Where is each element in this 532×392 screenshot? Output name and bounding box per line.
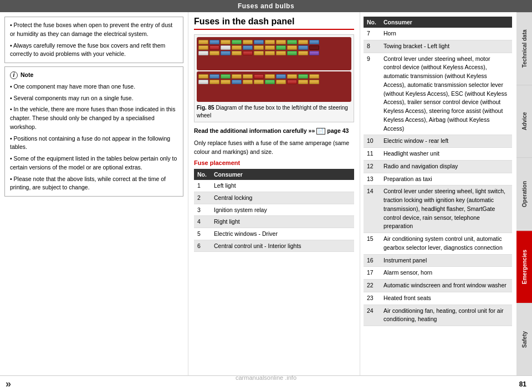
normal-text: Only replace fuses with a fuse of the sa… — [194, 139, 354, 157]
fuse-slot — [232, 40, 242, 44]
fuse-slot — [243, 74, 253, 79]
page-ref: »» 📄 page 43 — [309, 127, 349, 136]
consumer-no-cell: 15 — [364, 233, 380, 255]
fuse-slot — [243, 51, 253, 55]
consumer-no-cell: 22 — [364, 280, 380, 292]
consumer-table-row: 7Horn — [364, 28, 512, 40]
fuse-slot — [198, 40, 208, 44]
side-tab-safety[interactable]: Safety — [516, 303, 532, 375]
consumer-table-row: 23Heated front seats — [364, 292, 512, 305]
fuse-slot — [243, 80, 253, 84]
info-icon: i — [10, 71, 18, 79]
fuse-slot — [198, 51, 208, 55]
fuse-consumer-cell: Electric windows - Driver — [211, 228, 354, 240]
fuse-diagram-caption: Fig. 85 Diagram of the fuse box to the l… — [197, 104, 351, 120]
fuse-slot — [309, 80, 319, 84]
fuse-table-header-no: No. — [194, 169, 211, 180]
fuse-slot — [254, 45, 264, 50]
fuse-slot — [221, 45, 231, 50]
consumer-table-row: 8Towing bracket - Left light — [364, 40, 512, 53]
fuse-slot — [276, 51, 286, 55]
side-tab-operation[interactable]: Operation — [516, 157, 532, 230]
fuse-slot — [209, 80, 219, 84]
fuse-slot — [298, 51, 308, 55]
page-ref-icon: 📄 — [316, 128, 325, 135]
consumer-cell: Preparation as taxi — [380, 173, 512, 185]
warning-box: • Protect the fuse boxes when open to pr… — [4, 17, 183, 63]
fuse-no-cell: 6 — [194, 240, 211, 252]
fuse-box-bottom — [197, 71, 351, 102]
fuse-slot — [221, 51, 231, 55]
fuse-no-cell: 2 — [194, 192, 211, 204]
fuse-table-row: 2Central locking — [194, 192, 354, 204]
fuse-slot — [309, 51, 319, 55]
fuse-slot — [232, 80, 242, 84]
consumer-no-cell: 23 — [364, 292, 380, 305]
fuse-slot — [276, 74, 286, 79]
fuse-slot — [221, 80, 231, 84]
consumer-table-row: 15Air conditioning system control unit, … — [364, 233, 512, 255]
fuse-slot — [209, 40, 219, 44]
fuse-placement-title: Fuse placement — [194, 159, 354, 166]
fuse-slot — [265, 74, 275, 79]
consumer-cell: Headlight washer unit — [380, 148, 512, 161]
fuse-slot — [254, 74, 264, 79]
fuse-no-cell: 5 — [194, 228, 211, 240]
fuse-no-cell: 4 — [194, 216, 211, 228]
note-title: Note — [21, 71, 33, 80]
fuse-box-top — [197, 37, 351, 70]
fuse-slot — [232, 51, 242, 55]
fuse-slot — [287, 40, 297, 44]
consumer-cell: Automatic windscreen and front window wa… — [380, 280, 512, 292]
side-tab-emergencies[interactable]: Emergencies — [516, 230, 532, 303]
page-header: Fuses and bulbs — [0, 0, 532, 12]
consumer-no-cell: 16 — [364, 254, 380, 267]
consumer-table-row: 9Control lever under steering wheel, mot… — [364, 53, 512, 135]
fuse-slot — [287, 74, 297, 79]
fuse-consumer-cell: Right light — [211, 216, 354, 228]
fuse-slot — [232, 74, 242, 79]
section-title: Fuses in the dash panel — [194, 17, 354, 30]
note-bullet-5: • Some of the equipment listed in the ta… — [10, 154, 178, 172]
consumer-cell: Towing bracket - Left light — [380, 40, 512, 53]
fuse-slot — [254, 80, 264, 84]
fuse-slot — [243, 40, 253, 44]
fuse-slot — [209, 51, 219, 55]
fuse-consumer-cell: Central control unit - Interior lights — [211, 240, 354, 252]
side-tab-technical-data[interactable]: Technical data — [516, 12, 532, 85]
note-bullet-2: • Several components may run on a single… — [10, 94, 178, 103]
fuse-slot — [298, 45, 308, 50]
fuse-slot — [298, 40, 308, 44]
consumer-cell: Instrument panel — [380, 254, 512, 267]
side-tab-advice[interactable]: Advice — [516, 85, 532, 157]
fuse-slot — [198, 80, 208, 84]
consumer-table-row: 10Electric window - rear left — [364, 135, 512, 148]
fuse-slot — [198, 74, 208, 79]
consumer-cell: Electric window - rear left — [380, 135, 512, 148]
fuse-slot — [265, 45, 275, 50]
consumer-cell: Horn — [380, 28, 512, 40]
fuse-table-header-consumer: Consumer — [211, 169, 354, 180]
note-header: i Note — [10, 71, 178, 80]
consumer-table-row: 22Automatic windscreen and front window … — [364, 280, 512, 292]
fuse-slot — [298, 80, 308, 84]
fuse-slot — [265, 51, 275, 55]
fuse-table-row: 4Right light — [194, 216, 354, 228]
consumer-cell: Air conditioning fan, heating, control u… — [380, 305, 512, 326]
consumer-table-row: 14Control lever under steering wheel, li… — [364, 185, 512, 233]
consumer-cell: Heated front seats — [380, 292, 512, 305]
consumer-table: No. Consumer 7Horn8Towing bracket - Left… — [364, 17, 512, 326]
consumer-table-row: 24Air conditioning fan, heating, control… — [364, 305, 512, 326]
fuse-slot — [276, 40, 286, 44]
fuse-slot — [254, 51, 264, 55]
consumer-table-row: 16Instrument panel — [364, 254, 512, 267]
consumer-table-row: 17Alarm sensor, horn — [364, 267, 512, 280]
consumer-no-cell: 11 — [364, 148, 380, 161]
consumer-no-cell: 13 — [364, 173, 380, 185]
fuse-slot — [309, 74, 319, 79]
read-info: Read the additional information carefull… — [194, 127, 354, 136]
fuse-slot — [243, 45, 253, 50]
consumer-table-row: 12Radio and navigation display — [364, 160, 512, 173]
fuse-slot — [221, 40, 231, 44]
fuse-slot — [221, 74, 231, 79]
